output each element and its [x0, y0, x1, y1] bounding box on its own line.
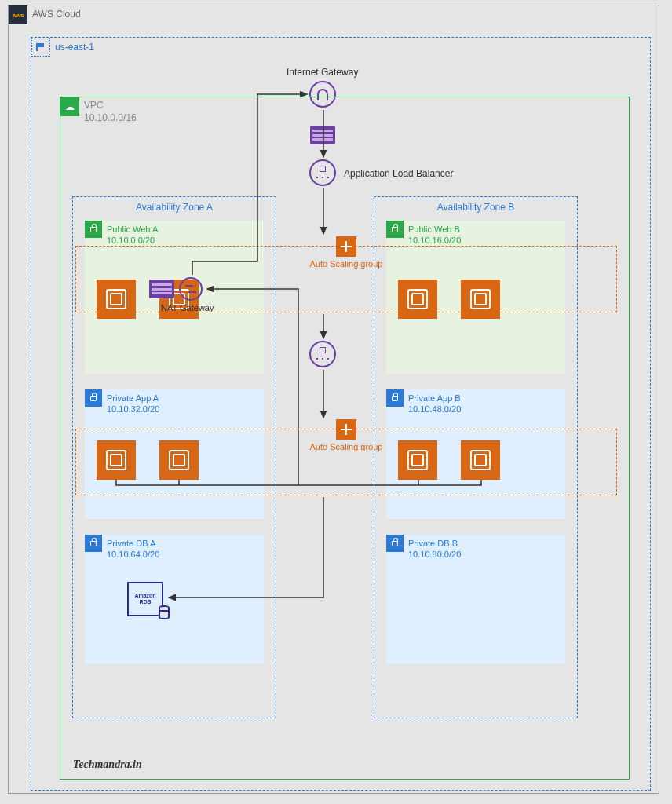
az-b-label: Availability Zone B [374, 202, 577, 213]
subnet-cidr: 10.10.32.0/20 [107, 404, 159, 414]
alb-label: Application Load Balancer [344, 168, 453, 179]
public-subnet-icon [386, 221, 404, 238]
asg-web-label: Auto Scaling group [310, 259, 383, 269]
subnet-name: Public Web A [107, 225, 158, 234]
watermark-text: Techmandra.in [73, 758, 142, 771]
app-b-label: Private App B 10.10.48.0/20 [408, 393, 461, 415]
subnet-name: Private DB A [107, 539, 155, 548]
subnet-cidr: 10.10.80.0/20 [408, 550, 461, 559]
public-b-label: Public Web B 10.10.16.0/20 [408, 224, 461, 247]
asg-app-label: Auto Scaling group [310, 442, 383, 451]
subnet-private-db-a: Private DB A 10.10.64.0/20 [85, 535, 264, 664]
private-subnet-icon [85, 535, 102, 552]
subnet-name: Public Web B [408, 225, 460, 234]
amazon-rds-icon: Amazon RDS [126, 581, 165, 616]
vpc-label: VPC 10.10.0.0/16 [84, 100, 137, 124]
rds-text-2: RDS [140, 599, 152, 605]
auto-scaling-icon [336, 419, 356, 440]
public-subnet-icon [85, 221, 102, 238]
subnet-cidr: 10.10.0.0/20 [107, 236, 155, 245]
private-subnet-icon [386, 535, 404, 552]
private-subnet-icon [386, 389, 404, 407]
az-a-label: Availability Zone A [73, 202, 276, 213]
vpc-name: VPC [84, 100, 104, 111]
subnet-private-db-b: Private DB B 10.10.80.0/20 [386, 535, 565, 664]
aws-cloud-label: AWS Cloud [32, 9, 81, 20]
auto-scaling-group-app: Auto Scaling group [75, 429, 617, 495]
subnet-cidr: 10.10.48.0/20 [408, 404, 461, 414]
vpc-icon: ☁ [60, 97, 79, 116]
igw-label: Internet Gateway [287, 67, 358, 78]
elastic-ip-icon [310, 126, 335, 144]
diagram-canvas: aws AWS Cloud us-east-1 Internet Gateway… [0, 0, 672, 804]
public-a-label: Public Web A 10.10.0.0/20 [107, 224, 158, 247]
region-group: us-east-1 Internet Gateway ☁ VPC 10.10.0… [31, 37, 651, 791]
private-subnet-icon [85, 389, 102, 407]
db-a-label: Private DB A 10.10.64.0/20 [107, 538, 159, 561]
region-label: us-east-1 [55, 42, 94, 53]
app-a-label: Private App A 10.10.32.0/20 [107, 393, 159, 415]
subnet-name: Private App A [107, 393, 159, 403]
subnet-cidr: 10.10.64.0/20 [107, 550, 159, 559]
subnet-name: Private DB B [408, 539, 458, 548]
subnet-name: Private App B [408, 393, 461, 403]
auto-scaling-group-web: Auto Scaling group [75, 246, 617, 312]
region-icon [31, 38, 50, 57]
subnet-cidr: 10.10.16.0/20 [408, 236, 461, 245]
internal-load-balancer-icon [309, 341, 336, 367]
aws-icon: aws [9, 5, 27, 24]
application-load-balancer-icon [309, 159, 336, 186]
aws-cloud-group: aws AWS Cloud us-east-1 Internet Gateway… [8, 5, 659, 794]
vpc-cidr: 10.10.0.0/16 [84, 112, 137, 123]
rds-text-1: Amazon [134, 593, 155, 599]
db-b-label: Private DB B 10.10.80.0/20 [408, 538, 461, 561]
auto-scaling-icon [336, 236, 356, 257]
